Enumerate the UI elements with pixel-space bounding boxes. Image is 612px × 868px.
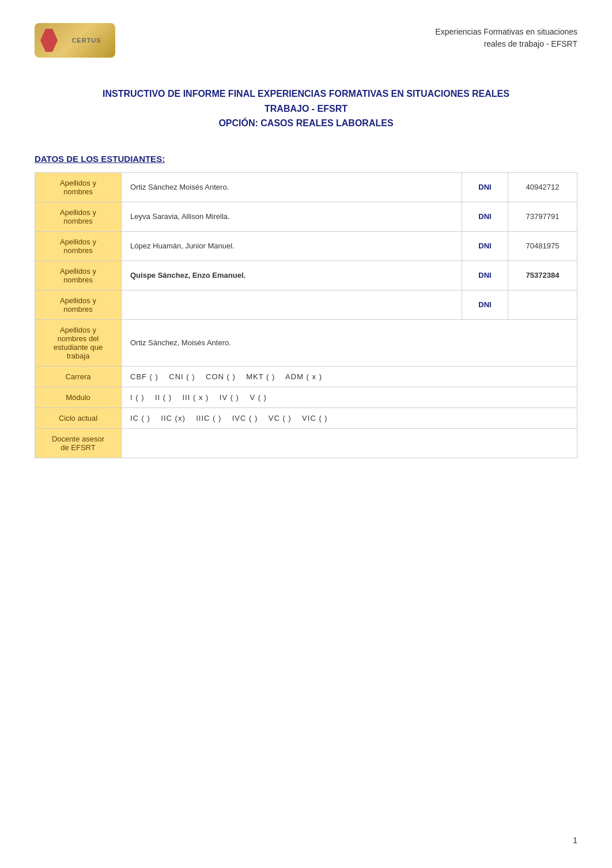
docente-value — [122, 428, 577, 458]
title-line3: OPCIÓN: CASOS REALES LABORALES — [218, 118, 393, 128]
page: CERTUS Experiencias Formativas en situac… — [0, 0, 612, 868]
student-dni-value-5 — [508, 290, 577, 319]
working-student-row: Apellidos ynombres delestudiante quetrab… — [35, 319, 577, 366]
student-name-5 — [122, 290, 462, 319]
student-dni-value-3: 70481975 — [508, 231, 577, 261]
modulo-options: I ( ) II ( ) III ( x ) IV ( ) V ( ) — [122, 387, 577, 407]
ciclo-options: IC ( ) IIC (x) IIIC ( ) IVC ( ) VC ( ) V… — [122, 407, 577, 428]
ciclo-row: Ciclo actual IC ( ) IIC (x) IIIC ( ) IVC… — [35, 407, 577, 428]
logo-area: CERTUS — [35, 23, 127, 58]
working-student-value: Ortiz Sánchez, Moisés Antero. — [122, 319, 577, 366]
carrera-label: Carrera — [35, 366, 122, 387]
main-title: INSTRUCTIVO DE INFORME FINAL EXPERIENCIA… — [35, 86, 577, 131]
student-label-2: Apellidos ynombres — [35, 202, 122, 231]
student-dni-value-2: 73797791 — [508, 202, 577, 231]
header-subtitle: Experiencias Formativas en situaciones r… — [127, 23, 577, 50]
table-row: Apellidos ynombres Leyva Saravia, Alliso… — [35, 202, 577, 231]
carrera-row: Carrera CBF ( ) CNI ( ) CON ( ) MKT ( ) … — [35, 366, 577, 387]
page-number: 1 — [573, 836, 577, 845]
student-dni-label-2: DNI — [462, 202, 508, 231]
students-table: Apellidos ynombres Ortiz Sánchez Moisés … — [35, 172, 577, 458]
table-row: Apellidos ynombres Ortiz Sánchez Moisés … — [35, 172, 577, 202]
student-name-4: Quispe Sánchez, Enzo Emanuel. — [122, 261, 462, 290]
student-label-5: Apellidos ynombres — [35, 290, 122, 319]
student-dni-label-3: DNI — [462, 231, 508, 261]
student-dni-label-5: DNI — [462, 290, 508, 319]
modulo-row: Módulo I ( ) II ( ) III ( x ) IV ( ) V (… — [35, 387, 577, 407]
docente-label: Docente asesorde EFSRT — [35, 428, 122, 458]
logo-icon: CERTUS — [35, 23, 115, 58]
ciclo-label: Ciclo actual — [35, 407, 122, 428]
header-subtitle-line2: reales de trabajo - EFSRT — [127, 38, 577, 50]
student-label-1: Apellidos ynombres — [35, 172, 122, 202]
header-subtitle-line1: Experiencias Formativas en situaciones — [127, 26, 577, 38]
student-label-3: Apellidos ynombres — [35, 231, 122, 261]
student-dni-label-4: DNI — [462, 261, 508, 290]
table-row: Apellidos ynombres Quispe Sánchez, Enzo … — [35, 261, 577, 290]
working-student-label: Apellidos ynombres delestudiante quetrab… — [35, 319, 122, 366]
docente-row: Docente asesorde EFSRT — [35, 428, 577, 458]
student-label-4: Apellidos ynombres — [35, 261, 122, 290]
header: CERTUS Experiencias Formativas en situac… — [35, 23, 577, 58]
student-dni-value-4: 75372384 — [508, 261, 577, 290]
student-name-3: López Huamán, Junior Manuel. — [122, 231, 462, 261]
title-line2: TRABAJO - EFSRT — [265, 104, 347, 114]
carrera-options: CBF ( ) CNI ( ) CON ( ) MKT ( ) ADM ( x … — [122, 366, 577, 387]
student-dni-value-1: 40942712 — [508, 172, 577, 202]
student-name-1: Ortiz Sánchez Moisés Antero. — [122, 172, 462, 202]
table-row: Apellidos ynombres DNI — [35, 290, 577, 319]
student-name-2: Leyva Saravia, Allison Mirella. — [122, 202, 462, 231]
logo-text: CERTUS — [71, 37, 101, 44]
table-row: Apellidos ynombres López Huamán, Junior … — [35, 231, 577, 261]
modulo-label: Módulo — [35, 387, 122, 407]
title-line1: INSTRUCTIVO DE INFORME FINAL EXPERIENCIA… — [103, 89, 509, 99]
student-dni-label-1: DNI — [462, 172, 508, 202]
section-title: DATOS DE LOS ESTUDIANTES: — [35, 154, 577, 164]
